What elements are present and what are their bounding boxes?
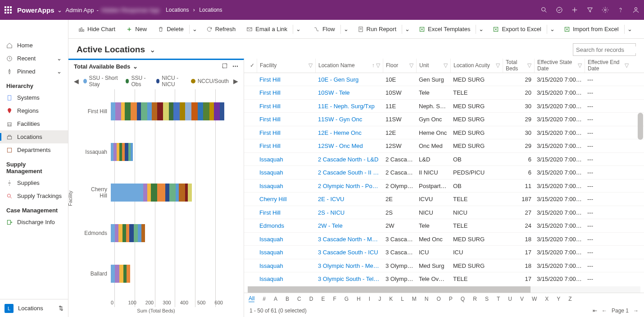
breadcrumb-2[interactable]: Locations	[199, 7, 222, 13]
chart-segment[interactable]	[163, 102, 169, 120]
horizontal-scrollbar[interactable]	[248, 286, 640, 293]
alpha-K[interactable]: K	[389, 296, 393, 302]
table-row[interactable]: Issaquah3 Cascade South - ICU3 Cascade .…	[244, 246, 644, 259]
view-title[interactable]: Active Locations	[77, 45, 145, 55]
table-row[interactable]: Issaquah2 Olympic North - Postpartum2 Ol…	[244, 179, 644, 193]
cmd-import-chevron[interactable]: ⌄	[624, 25, 635, 34]
alpha-V[interactable]: V	[520, 296, 524, 302]
cell-facility[interactable]: Issaquah	[257, 156, 315, 163]
next-page-icon[interactable]: →	[633, 308, 639, 314]
breadcrumb-1[interactable]: Locations	[166, 7, 189, 13]
chevron-down-icon[interactable]: ⌄	[57, 68, 62, 75]
chart-segment[interactable]	[131, 102, 137, 120]
cell-location-name[interactable]: 3 Olympic North - Med Surg	[315, 262, 383, 269]
cell-facility[interactable]: First Hill	[257, 76, 315, 83]
chart-segment[interactable]	[115, 102, 122, 120]
nav-discharge[interactable]: Discharge Info	[0, 216, 68, 229]
search-box[interactable]	[573, 43, 636, 56]
col-end-date[interactable]: Effective End Date▽	[585, 59, 631, 73]
table-row[interactable]: Cherry Hill2E - ICVU2EICVUTELE1873/15/20…	[244, 193, 644, 206]
chart-segment[interactable]	[115, 265, 119, 283]
cell-location-name[interactable]: 2E - ICVU	[315, 196, 383, 202]
chart-segment[interactable]	[220, 102, 224, 120]
chart-segment[interactable]	[141, 102, 147, 120]
gear-icon[interactable]	[602, 6, 609, 14]
cell-facility[interactable]: Issaquah	[257, 183, 315, 189]
alpha-W[interactable]: W	[532, 296, 537, 302]
waffle-icon[interactable]	[5, 6, 13, 14]
nav-supplies[interactable]: Supplies	[0, 176, 68, 189]
alpha-C[interactable]: C	[297, 296, 301, 302]
alpha-O[interactable]: O	[437, 296, 441, 302]
chart-segment[interactable]	[111, 265, 115, 283]
cmd-export-excel[interactable]: Export to Excel	[488, 24, 545, 34]
table-row[interactable]: First Hill10SW - Tele10SWTeleTELE203/15/…	[244, 86, 644, 100]
legend-item[interactable]: NCCU/South	[191, 75, 229, 87]
chart-segment[interactable]	[147, 184, 151, 202]
alpha-L[interactable]: L	[401, 296, 404, 302]
chart-segment[interactable]	[151, 184, 157, 202]
nav-facilities[interactable]: Facilities	[0, 117, 68, 130]
cell-facility[interactable]: First Hill	[257, 142, 315, 149]
cell-location-name[interactable]: 2W - Tele	[315, 222, 383, 229]
cell-facility[interactable]: Issaquah	[257, 236, 315, 243]
cell-facility[interactable]: First Hill	[257, 129, 315, 136]
chart-segment[interactable]	[169, 102, 174, 120]
cell-location-name[interactable]: 10E - Gen Surg	[315, 76, 383, 83]
prev-page-icon[interactable]: ←	[602, 308, 607, 314]
alpha-J[interactable]: J	[378, 296, 381, 302]
chevron-down-icon[interactable]: ⌄	[150, 46, 155, 54]
chart-segment[interactable]	[119, 265, 123, 283]
chart-segment[interactable]	[111, 224, 115, 242]
nav-recent[interactable]: Recent⌄	[0, 52, 68, 65]
cmd-create-view[interactable]: Create view	[640, 24, 644, 34]
table-row[interactable]: First Hill12SW - Onc Med12SWOnc MedMED S…	[244, 139, 644, 153]
chart-segment[interactable]	[179, 184, 185, 202]
alpha-Q[interactable]: Q	[461, 296, 465, 302]
table-row[interactable]: Edmonds2W - Tele2WTeleTELE243/15/2020 7:…	[244, 219, 644, 233]
chart-segment[interactable]	[118, 224, 122, 242]
chart-segment[interactable]	[191, 102, 198, 120]
nav-trackings[interactable]: Supply Trackings	[0, 189, 68, 202]
table-row[interactable]: Issaquah3 Olympic South - Tele Overfov3 …	[244, 272, 644, 285]
nav-departments[interactable]: Departments	[0, 143, 68, 156]
col-facility[interactable]: Facility▽	[257, 59, 315, 73]
cell-location-name[interactable]: 3 Olympic South - Tele Overfov	[315, 276, 383, 282]
app-name[interactable]: PowerApps	[17, 6, 54, 14]
chart-segment[interactable]	[129, 224, 134, 242]
cell-location-name[interactable]: 12E - Heme Onc	[315, 129, 383, 136]
alpha-All[interactable]: All	[249, 295, 254, 302]
col-acuity[interactable]: Location Acuity▽	[450, 59, 503, 73]
nav-pinned[interactable]: Pinned⌄	[0, 65, 68, 78]
alpha-T[interactable]: T	[497, 296, 500, 302]
alpha-E[interactable]: E	[321, 296, 325, 302]
cell-location-name[interactable]: 3 Cascade South - ICU	[315, 249, 383, 256]
alpha-A[interactable]: A	[274, 296, 277, 302]
alpha-R[interactable]: R	[473, 296, 477, 302]
chart-segment[interactable]	[143, 184, 147, 202]
cell-facility[interactable]: First Hill	[257, 116, 315, 123]
cmd-flow-chevron[interactable]: ⌄	[340, 25, 351, 34]
chart-segment[interactable]	[180, 102, 185, 120]
cell-location-name[interactable]: 2 Olympic North - Postpartum	[315, 183, 383, 189]
chart-segment[interactable]	[188, 184, 192, 202]
chart-segment[interactable]	[152, 102, 157, 120]
cell-facility[interactable]: Issaquah	[257, 169, 315, 176]
cell-facility[interactable]: Issaquah	[257, 276, 315, 282]
cell-location-name[interactable]: 3 Cascade North - Med Onc	[315, 236, 383, 243]
first-page-icon[interactable]: ⇤	[593, 308, 597, 314]
alpha-N[interactable]: N	[425, 296, 429, 302]
cell-location-name[interactable]: 2S - NICU	[315, 209, 383, 216]
chart-segment[interactable]	[125, 102, 131, 120]
col-select[interactable]: ✓	[248, 59, 257, 73]
cell-facility[interactable]: Issaquah	[257, 249, 315, 256]
filter-icon[interactable]: ▽	[308, 62, 313, 69]
cmd-delete-chevron[interactable]: ⌄	[189, 25, 200, 34]
col-start-date[interactable]: Effective State Date▽	[534, 59, 585, 73]
cmd-delete[interactable]: Delete	[153, 24, 188, 34]
chart-segment[interactable]	[185, 102, 191, 120]
expand-chart-icon[interactable]	[222, 63, 228, 70]
cell-location-name[interactable]: 11E - Neph. Surg/Txp	[315, 103, 383, 110]
cmd-run-report[interactable]: Run Report	[353, 24, 401, 34]
chart-segment[interactable]	[214, 102, 220, 120]
